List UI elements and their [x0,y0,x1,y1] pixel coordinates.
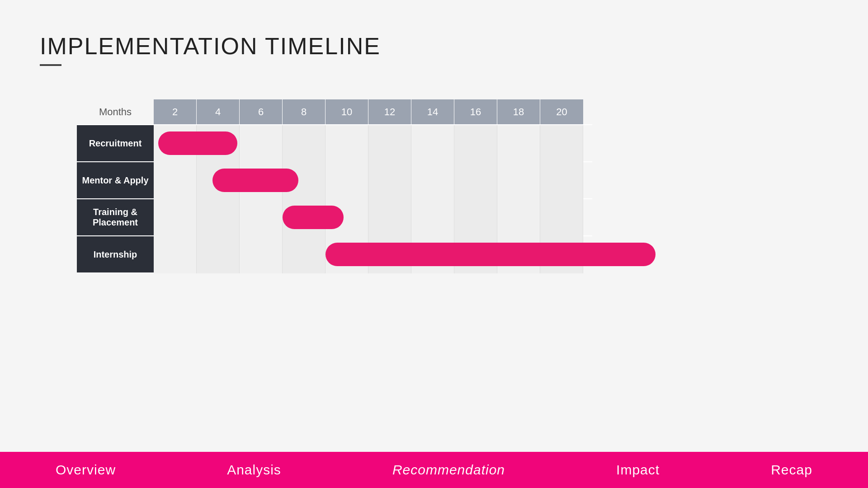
grid-cell [368,125,411,162]
nav-item-overview[interactable]: Overview [56,462,116,478]
nav-item-recommendation[interactable]: Recommendation [392,462,505,478]
month-header: Months 2468101214161820 [77,99,592,124]
grid-cell [411,199,454,236]
gantt-bar-training-placement [283,206,344,229]
grid-cell [497,162,540,199]
grid-cell [240,236,283,273]
row-label-internship: Internship [77,236,154,272]
grid-cell [240,125,283,162]
row-label-training-placement: Training & Placement [77,199,154,235]
month-cell: 14 [411,99,454,124]
month-cell: 6 [240,99,283,124]
title-section: IMPLEMENTATION TIMELINE [40,33,381,66]
month-cells: 2468101214161820 [154,99,583,124]
grid-cell [368,162,411,199]
row-label-mentor-apply: Mentor & Apply [77,162,154,198]
grid-cell [197,236,240,273]
gantt-chart: Months 2468101214161820 RecruitmentMento… [77,99,592,272]
row-cells-recruitment [154,125,592,161]
months-axis-label: Months [77,99,154,124]
grid-cell [540,125,583,162]
grid-cell [197,199,240,236]
gantt-bar-mentor-apply [212,169,298,192]
grid-cell [154,236,197,273]
grid-cell [497,199,540,236]
month-cell: 2 [154,99,197,124]
nav-item-recap[interactable]: Recap [771,462,812,478]
grid-cell [497,125,540,162]
grid-cell [540,199,583,236]
grid-cell [154,199,197,236]
grid-cell [154,162,197,199]
nav-item-analysis[interactable]: Analysis [227,462,281,478]
grid-cell [326,125,368,162]
row-cells-mentor-apply [154,162,592,198]
grid-cell [326,162,368,199]
month-cell: 4 [197,99,240,124]
grid-cell [454,162,497,199]
grid-cell [454,199,497,236]
footer-nav: OverviewAnalysisRecommendationImpactReca… [0,452,868,488]
grid-cell [283,125,326,162]
month-cell: 18 [497,99,540,124]
month-cell: 20 [540,99,583,124]
nav-item-impact[interactable]: Impact [616,462,660,478]
month-cell: 8 [283,99,326,124]
month-cell: 16 [454,99,497,124]
title-underline [40,64,61,66]
grid-cell [411,125,454,162]
gantt-row-mentor-apply: Mentor & Apply [77,161,592,198]
gantt-row-training-placement: Training & Placement [77,198,592,235]
gantt-rows: RecruitmentMentor & ApplyTraining & Plac… [77,124,592,272]
row-cells-training-placement [154,199,592,235]
grid-cell [240,199,283,236]
row-cells-internship [154,236,592,272]
gantt-bar-internship [326,243,656,266]
grid-cell [283,236,326,273]
month-cell: 12 [368,99,411,124]
gantt-row-internship: Internship [77,235,592,272]
page-title: IMPLEMENTATION TIMELINE [40,33,381,60]
gantt-row-recruitment: Recruitment [77,124,592,161]
month-cell: 10 [326,99,368,124]
row-label-recruitment: Recruitment [77,125,154,161]
grid-cell [454,125,497,162]
grid-cell [411,162,454,199]
grid-cell [540,162,583,199]
gantt-bar-recruitment [158,131,237,155]
grid-cell [368,199,411,236]
